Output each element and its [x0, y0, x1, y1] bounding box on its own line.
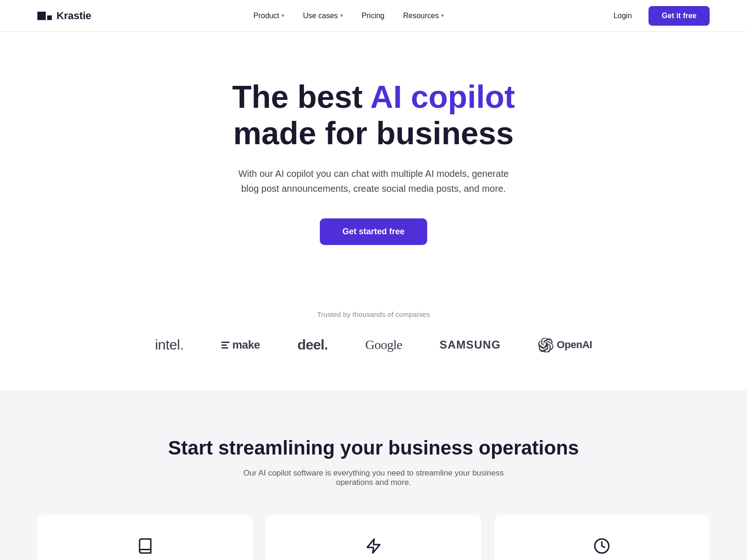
nav-link-use-cases[interactable]: Use cases ▾ — [303, 12, 343, 20]
deel-logo: deel. — [297, 337, 328, 353]
navbar: Krastie Product ▾ Use cases ▾ Pricing Re… — [0, 0, 747, 32]
chevron-down-icon: ▾ — [282, 13, 284, 19]
nav-label-use-cases: Use cases — [303, 12, 338, 20]
make-bars-icon — [221, 342, 230, 349]
navbar-actions: Login Get it free — [606, 6, 710, 26]
features-subtitle: Our AI copilot software is everything yo… — [229, 469, 518, 487]
trusted-label: Trusted by thousands of companies — [37, 310, 710, 318]
logo-text: Krastie — [56, 10, 92, 22]
nav-link-pricing[interactable]: Pricing — [362, 12, 385, 20]
bolt-icon — [284, 538, 462, 558]
logo-link[interactable]: Krastie — [37, 10, 92, 22]
hero-title-highlight: AI copilot — [370, 79, 515, 114]
logo-icon — [37, 12, 52, 20]
clock-icon — [513, 538, 691, 558]
hero-title: The best AI copilot made for business — [37, 78, 710, 151]
nav-link-product[interactable]: Product ▾ — [254, 12, 284, 20]
features-title: Start streamlining your business operati… — [37, 437, 710, 459]
login-button[interactable]: Login — [606, 8, 639, 24]
nav-label-pricing: Pricing — [362, 12, 385, 20]
nav-label-resources: Resources — [403, 12, 439, 20]
openai-icon — [538, 337, 553, 352]
get-it-free-button[interactable]: Get it free — [648, 6, 710, 26]
hero-subtitle: With our AI copilot you can chat with mu… — [233, 166, 514, 196]
nav-label-product: Product — [254, 12, 279, 20]
nav-link-resources[interactable]: Resources ▾ — [403, 12, 444, 20]
make-text: make — [233, 338, 260, 351]
samsung-logo: SAMSUNG — [439, 338, 500, 351]
svg-marker-0 — [367, 539, 380, 553]
logo-square-small — [47, 15, 52, 20]
features-section: Start streamlining your business operati… — [0, 390, 747, 560]
features-grid: SEO friendly blog posts Easily create bl… — [37, 515, 710, 560]
intel-logo: intel. — [155, 337, 184, 353]
hero-title-plain: The best — [232, 79, 370, 114]
hero-section: The best AI copilot made for business Wi… — [0, 32, 747, 282]
openai-logo: OpenAI — [538, 337, 592, 352]
trusted-logos: intel. make deel. Google SAMSUNG OpenAI — [37, 337, 710, 353]
features-header: Start streamlining your business operati… — [37, 437, 710, 487]
nav-item-use-cases[interactable]: Use cases ▾ — [303, 12, 343, 20]
nav-item-pricing[interactable]: Pricing — [362, 12, 385, 20]
chevron-down-icon-3: ▾ — [441, 13, 444, 19]
feature-card-seo: SEO friendly blog posts Easily create bl… — [37, 515, 253, 560]
book-icon — [56, 538, 234, 558]
google-logo: Google — [365, 337, 402, 352]
feature-card-social: Social media posts With our AI studio fe… — [266, 515, 481, 560]
nav-item-product[interactable]: Product ▾ — [254, 12, 284, 20]
hero-title-end: made for business — [233, 115, 514, 151]
logo-square-big — [37, 12, 46, 20]
openai-text: OpenAI — [557, 339, 592, 351]
main-nav: Product ▾ Use cases ▾ Pricing Resources … — [254, 12, 444, 20]
trusted-section: Trusted by thousands of companies intel.… — [0, 282, 747, 390]
make-logo: make — [221, 338, 260, 351]
nav-item-resources[interactable]: Resources ▾ — [403, 12, 444, 20]
get-started-button[interactable]: Get started free — [320, 218, 427, 245]
feature-card-scheduler: Post scheduler Schedule both blog and so… — [494, 515, 710, 560]
chevron-down-icon-2: ▾ — [340, 13, 343, 19]
